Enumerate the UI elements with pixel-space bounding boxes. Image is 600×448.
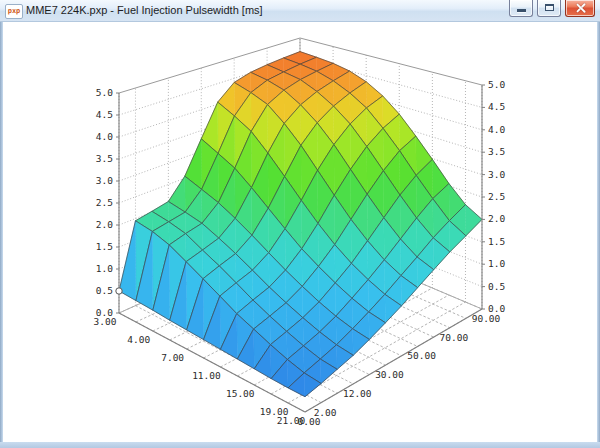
close-icon bbox=[575, 2, 587, 14]
app-icon: pxp bbox=[5, 4, 23, 19]
svg-text:3.00: 3.00 bbox=[94, 316, 117, 327]
svg-text:3.0: 3.0 bbox=[96, 175, 113, 186]
minimize-icon bbox=[517, 9, 526, 12]
surface-plot-viewport[interactable]: 0.00.00.50.51.01.01.51.52.02.02.52.53.03… bbox=[3, 22, 597, 442]
window-controls bbox=[509, 0, 595, 21]
svg-text:0.00: 0.00 bbox=[298, 416, 321, 427]
svg-text:3.5: 3.5 bbox=[488, 146, 505, 157]
svg-text:12.00: 12.00 bbox=[343, 388, 372, 399]
svg-text:4.00: 4.00 bbox=[127, 334, 150, 345]
app-window: pxp MME7 224K.pxp - Fuel Injection Pulse… bbox=[0, 0, 600, 448]
svg-text:0.5: 0.5 bbox=[488, 281, 505, 292]
svg-text:11.00: 11.00 bbox=[192, 370, 221, 381]
svg-text:3.0: 3.0 bbox=[488, 169, 505, 180]
svg-text:4.0: 4.0 bbox=[488, 124, 505, 135]
svg-text:7.00: 7.00 bbox=[161, 352, 184, 363]
svg-text:1.5: 1.5 bbox=[96, 241, 113, 252]
minimize-button[interactable] bbox=[509, 0, 533, 17]
svg-text:2.00: 2.00 bbox=[314, 407, 337, 418]
svg-text:2.0: 2.0 bbox=[488, 213, 505, 224]
window-border-left bbox=[0, 22, 3, 442]
window-border-bottom bbox=[0, 442, 600, 448]
svg-text:90.00: 90.00 bbox=[472, 313, 501, 324]
svg-text:3.5: 3.5 bbox=[96, 153, 113, 164]
svg-text:5.0: 5.0 bbox=[488, 79, 505, 90]
svg-text:1.0: 1.0 bbox=[488, 258, 505, 269]
svg-text:30.00: 30.00 bbox=[375, 369, 404, 380]
selected-cell-marker bbox=[116, 288, 122, 294]
svg-text:4.0: 4.0 bbox=[96, 131, 113, 142]
svg-text:1.5: 1.5 bbox=[488, 236, 505, 247]
window-title: MME7 224K.pxp - Fuel Injection Pulsewidt… bbox=[26, 4, 263, 16]
svg-text:15.00: 15.00 bbox=[226, 388, 255, 399]
titlebar[interactable]: pxp MME7 224K.pxp - Fuel Injection Pulse… bbox=[0, 0, 600, 22]
svg-text:1.0: 1.0 bbox=[96, 263, 113, 274]
surface-mesh bbox=[119, 52, 482, 397]
svg-text:2.5: 2.5 bbox=[488, 191, 505, 202]
svg-text:2.5: 2.5 bbox=[96, 197, 113, 208]
svg-text:4.5: 4.5 bbox=[488, 101, 505, 112]
svg-text:0.5: 0.5 bbox=[96, 285, 113, 296]
surface-plot-canvas: 0.00.00.50.51.01.01.51.52.02.02.52.53.03… bbox=[3, 22, 597, 442]
close-button[interactable] bbox=[565, 0, 595, 17]
svg-text:5.0: 5.0 bbox=[96, 87, 113, 98]
maximize-icon bbox=[545, 4, 554, 11]
svg-text:70.00: 70.00 bbox=[440, 332, 469, 343]
maximize-button[interactable] bbox=[537, 0, 561, 17]
svg-text:50.00: 50.00 bbox=[407, 350, 436, 361]
svg-text:2.0: 2.0 bbox=[96, 219, 113, 230]
svg-text:4.5: 4.5 bbox=[96, 109, 113, 120]
